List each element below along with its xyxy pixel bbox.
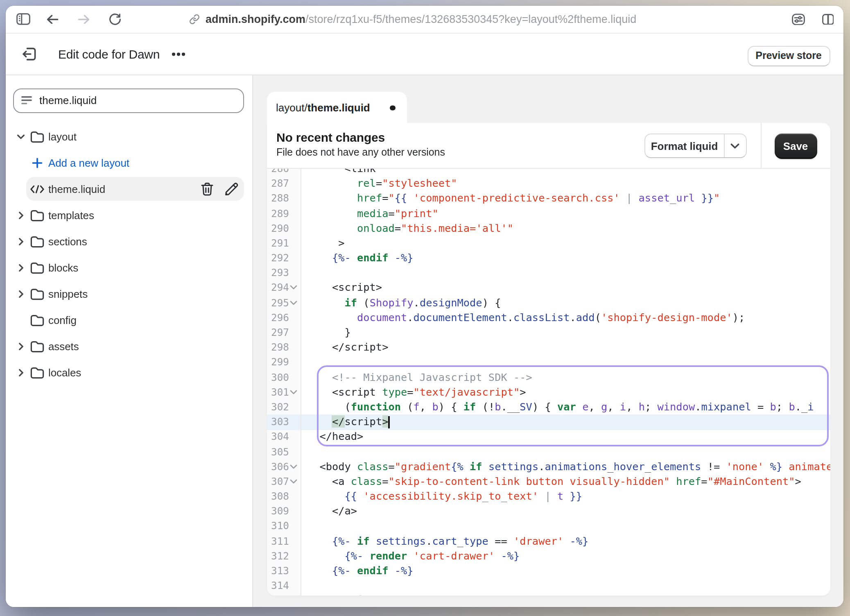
back-icon[interactable] (45, 13, 60, 26)
reader-settings-icon[interactable] (790, 12, 806, 26)
expand-chevron[interactable] (16, 132, 25, 141)
code-line-298[interactable]: 298 </script> (267, 340, 830, 355)
sidebar-item-sections[interactable]: sections (6, 228, 252, 254)
code-line-289[interactable]: 289 media="print" (267, 206, 830, 221)
code-text: </a> (300, 504, 830, 519)
sidebar-item-add-a-new-layout[interactable]: Add a new layout (6, 149, 252, 176)
folder-icon-slot (30, 260, 44, 274)
folder-icon-slot (30, 208, 44, 222)
format-dropdown[interactable] (723, 135, 746, 158)
code-line-296[interactable]: 296 document.documentElement.classList.a… (267, 310, 830, 325)
url-bar[interactable]: admin.shopify.com/store/rzq1xu-f5/themes… (189, 6, 636, 33)
code-line-312[interactable]: 312 {%- render 'cart-drawer' -%} (267, 549, 830, 564)
code-line-292[interactable]: 292 {%- endif -%} (267, 251, 830, 265)
fold-chevron-icon (290, 464, 297, 469)
search-input[interactable] (39, 94, 243, 106)
folder-icon-slot (30, 287, 44, 301)
line-number: 293 (267, 266, 300, 281)
folder-icon (30, 314, 44, 326)
code-line-303[interactable]: 303 </script> (267, 414, 830, 429)
folder-icon (30, 209, 44, 221)
sidebar-item-assets[interactable]: assets (6, 333, 252, 359)
code-line-294[interactable]: 294 <script> (267, 281, 830, 295)
format-liquid-button[interactable]: Format liquid (644, 134, 746, 159)
line-number: 305 (267, 444, 300, 459)
sidebar-item-label: Add a new layout (48, 156, 129, 169)
code-line-299[interactable]: 299 (267, 355, 830, 370)
url-text: admin.shopify.com/store/rzq1xu-f5/themes… (206, 13, 636, 25)
code-line-304[interactable]: 304</head> (267, 430, 830, 444)
content: layoutAdd a new layouttheme.liquidtempla… (6, 75, 843, 607)
line-number: 308 (267, 489, 300, 504)
chevron-right-icon (16, 289, 25, 298)
exit-icon[interactable] (21, 46, 38, 62)
code-line-311[interactable]: 311 {%- if settings.cart_type == 'drawer… (267, 534, 830, 548)
sidebar-item-config[interactable]: config (6, 307, 252, 333)
main-area: layout/theme.liquid No recent changes Fi… (253, 75, 843, 607)
code-text: {%- if settings.cart_type == 'drawer' -%… (300, 534, 830, 548)
code-line-314[interactable]: 314 (267, 578, 830, 593)
code-line-300[interactable]: 300 <!-- Mixpanel Javascript SDK --> (267, 370, 830, 385)
code-line-305[interactable]: 305 (267, 444, 830, 459)
folder-icon-slot (30, 234, 44, 248)
expand-chevron[interactable] (16, 289, 25, 298)
line-number: 309 (267, 504, 300, 519)
trash-button[interactable] (200, 182, 214, 196)
sidebar-item-snippets[interactable]: snippets (6, 281, 252, 307)
reload-icon[interactable] (107, 12, 122, 27)
expand-chevron[interactable] (16, 342, 25, 351)
code-line-307[interactable]: 307 <a class="skip-to-content-link butto… (267, 474, 830, 489)
url-path: /store/rzq1xu-f5/themes/132683530345?key… (305, 13, 636, 25)
folder-icon (30, 130, 44, 143)
code-line-310[interactable]: 310 (267, 519, 830, 534)
expand-chevron[interactable] (16, 263, 25, 272)
sidebar-item-blocks[interactable]: blocks (6, 254, 252, 281)
expand-chevron[interactable] (16, 368, 25, 377)
code-line-295[interactable]: 295 if (Shopify.designMode) { (267, 295, 830, 310)
code-line-308[interactable]: 308 {{ 'accessibility.skip_to_text' | t … (267, 489, 830, 504)
format-liquid-label[interactable]: Format liquid (645, 135, 723, 158)
code-line-290[interactable]: 290 onload="this.media='all'" (267, 221, 830, 236)
sidebar-item-layout[interactable]: layout (6, 123, 252, 149)
expand-chevron[interactable] (16, 237, 25, 246)
forward-icon[interactable] (76, 13, 91, 26)
browser-sidebar-toggle-icon[interactable] (13, 11, 33, 27)
code-line-288[interactable]: 288 href="{{ 'component-predictive-searc… (267, 191, 830, 206)
code-text: </script> (300, 414, 830, 429)
code-text: href="{{ 'component-predictive-search.cs… (300, 191, 830, 206)
save-button[interactable]: Save (774, 134, 817, 159)
screen: admin.shopify.com/store/rzq1xu-f5/themes… (0, 0, 850, 616)
plus-icon (32, 157, 43, 168)
app-header: Edit code for Dawn Preview store (6, 34, 843, 75)
pencil-button[interactable] (224, 182, 238, 196)
code-text: <script> (300, 281, 830, 295)
code-line-293[interactable]: 293 (267, 266, 830, 281)
code-line-286[interactable]: 286 <link (267, 169, 830, 177)
code-text: media="print" (300, 206, 830, 221)
editor-card: No recent changes File does not have any… (267, 123, 830, 596)
more-actions-icon[interactable] (170, 48, 187, 60)
code-line-315[interactable]: 315 {%- if settings.cart_type != 'drawer… (267, 593, 830, 596)
code-line-306[interactable]: 306<body class="gradient{% if settings.a… (267, 459, 830, 474)
code-line-297[interactable]: 297 } (267, 325, 830, 340)
split-view-icon[interactable] (821, 13, 835, 26)
toolbar-divider (760, 123, 761, 169)
file-search[interactable] (13, 88, 244, 113)
tab-theme-liquid[interactable]: layout/theme.liquid (267, 92, 407, 124)
code-line-291[interactable]: 291 > (267, 236, 830, 251)
preview-store-button[interactable]: Preview store (747, 45, 830, 66)
code-editor[interactable]: 286 <link287 rel="stylesheet"288 href="{… (267, 169, 830, 596)
code-line-302[interactable]: 302 (function (f, b) { if (!b.__SV) { va… (267, 400, 830, 414)
code-line-287[interactable]: 287 rel="stylesheet" (267, 176, 830, 191)
expand-chevron[interactable] (16, 211, 25, 220)
chevron-right-icon (16, 237, 25, 246)
sidebar-item-templates[interactable]: templates (6, 202, 252, 228)
sidebar-item-theme-liquid[interactable]: theme.liquid (6, 176, 252, 202)
code-text: <script type="text/javascript"> (300, 385, 830, 400)
sidebar-item-locales[interactable]: locales (6, 359, 252, 385)
code-line-301[interactable]: 301 <script type="text/javascript"> (267, 385, 830, 400)
code-line-313[interactable]: 313 {%- endif -%} (267, 564, 830, 578)
code-icon (30, 184, 44, 193)
code-text: } (300, 325, 830, 340)
code-line-309[interactable]: 309 </a> (267, 504, 830, 519)
